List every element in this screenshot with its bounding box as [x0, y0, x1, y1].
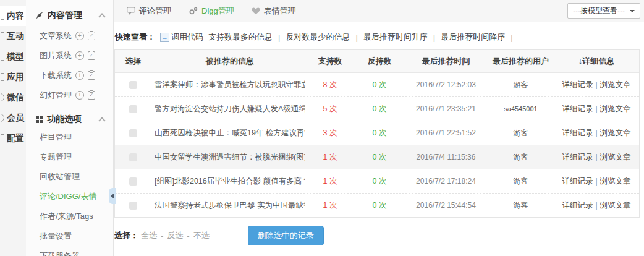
- clipboard-icon[interactable]: [88, 91, 95, 100]
- article-title-link[interactable]: 山西死囚枪决被中止：喊冤19年 检方建议再审无果: [155, 129, 305, 137]
- rail-item-application[interactable]: 应用: [0, 67, 26, 87]
- model-filter-select[interactable]: ---按模型查看---: [567, 3, 640, 19]
- call-code-icon[interactable]: [160, 33, 169, 42]
- rail-item-member[interactable]: 会员: [0, 108, 26, 128]
- select-none-link[interactable]: 不选: [193, 230, 210, 241]
- sidebar-item-batch-settings[interactable]: 批量设置: [26, 226, 113, 246]
- add-icon[interactable]: [75, 71, 84, 80]
- heart-icon: [252, 7, 260, 15]
- detail-record-link[interactable]: 详细记录: [562, 177, 593, 186]
- last-recommend-time: 2016/7/4 11:15:36: [404, 153, 488, 161]
- call-code-link[interactable]: 调用代码: [171, 32, 203, 43]
- separator: |: [278, 33, 280, 42]
- primary-nav: 内容 互动 模型 应用 微信 会员 配置: [0, 0, 26, 256]
- row-checkbox[interactable]: [129, 81, 137, 89]
- header-time: 最后推荐时间: [404, 56, 488, 67]
- add-icon[interactable]: [75, 51, 84, 60]
- delete-selected-button[interactable]: 删除选中的记录: [248, 226, 324, 245]
- view-article-link[interactable]: 浏览文章: [600, 201, 631, 210]
- article-title-link[interactable]: [组图]北影2016届毕业生拍合影 颜值有多高？: [155, 177, 305, 186]
- table-row: 雷洋案律师：涉事警员被检方以玩忽职守罪立案 8 次 0 次 2016/7/2 1…: [115, 73, 639, 97]
- separator: |: [595, 201, 597, 210]
- select-invert-link[interactable]: 反选: [167, 230, 183, 241]
- view-article-link[interactable]: 浏览文章: [600, 177, 631, 186]
- tab-digg-mgmt[interactable]: Digg管理: [189, 6, 234, 17]
- cms-admin-page: 内容 互动 模型 应用 微信 会员 配置 内容管理: [0, 0, 644, 256]
- table-row: 中国女留学生澳洲遇害细节：被脱光捆绑(图) 1 次 0 次 2016/7/4 1…: [115, 145, 639, 169]
- row-checkbox[interactable]: [129, 202, 137, 210]
- sidebar-item-topic-mgmt[interactable]: 专题管理: [26, 147, 113, 167]
- detail-record-link[interactable]: 详细记录: [562, 129, 593, 137]
- sidebar-item-recycle-mgmt[interactable]: 回收站管理: [26, 167, 113, 187]
- oppose-count: 0 次: [355, 104, 404, 114]
- rail-item-wechat[interactable]: 微信: [0, 87, 26, 108]
- sidebar-item-label: 栏目管理: [40, 132, 72, 143]
- tab-comment-mgmt[interactable]: 评论管理: [127, 6, 171, 17]
- view-article-link[interactable]: 浏览文章: [600, 80, 631, 89]
- wechat-icon: [1, 93, 5, 101]
- article-title-link[interactable]: 中国女留学生澳洲遇害细节：被脱光捆绑(图): [155, 153, 305, 161]
- support-count: 1 次: [305, 200, 355, 211]
- rail-item-label: 会员: [7, 113, 24, 124]
- sidebar-item-label: 作者/来源/Tags: [40, 211, 93, 222]
- application-icon: [1, 73, 5, 81]
- sidebar-item-author-source-tags[interactable]: 作者/来源/Tags: [26, 207, 113, 226]
- oppose-count: 0 次: [355, 128, 404, 139]
- interaction-icon: [1, 32, 5, 40]
- add-icon[interactable]: [75, 91, 84, 100]
- article-title-link[interactable]: 法国警察持老式步枪保卫巴黎 实为中国最缺警枪: [155, 201, 305, 210]
- view-article-link[interactable]: 浏览文章: [600, 129, 631, 137]
- sidebar-item-image-system[interactable]: 图片系统: [26, 46, 113, 66]
- select-all-link[interactable]: 全选: [141, 230, 157, 241]
- sidebar-item-slideshow-mgmt[interactable]: 幻灯管理: [26, 85, 113, 105]
- header-oppose: 反持数: [355, 56, 404, 67]
- article-title-link[interactable]: 雷洋案律师：涉事警员被检方以玩忽职守罪立案: [155, 80, 305, 89]
- row-checkbox[interactable]: [129, 129, 137, 137]
- last-recommend-time: 2016/7/2 12:52:03: [404, 80, 488, 89]
- add-icon[interactable]: [75, 32, 84, 40]
- rail-item-label: 互动: [7, 31, 24, 42]
- member-icon: [1, 114, 5, 122]
- article-title-link[interactable]: 警方对海淀公交站持刀伤人嫌疑人发A级通缉令: [155, 105, 305, 113]
- model-icon: [1, 53, 5, 61]
- clipboard-icon[interactable]: [88, 51, 95, 60]
- quick-link-time-desc[interactable]: 最后推荐时间降序: [441, 32, 505, 43]
- row-checkbox[interactable]: [129, 153, 137, 161]
- detail-record-link[interactable]: 详细记录: [562, 153, 593, 161]
- separator: |: [595, 153, 597, 161]
- quick-link-most-supported[interactable]: 支持数最多的信息: [208, 32, 273, 43]
- last-recommend-time: 2016/7/2 17:18:24: [404, 177, 488, 186]
- tab-label: Digg管理: [201, 6, 234, 17]
- quick-link-least-opposed[interactable]: 反对数最少的信息: [286, 32, 350, 43]
- sidebar-item-comment-digg-emotion[interactable]: 评论/DIGG/表情: [26, 187, 113, 207]
- clipboard-icon[interactable]: [88, 32, 95, 40]
- detail-record-link[interactable]: 详细记录: [562, 80, 593, 89]
- rail-item-interaction[interactable]: 互动: [0, 26, 26, 46]
- detail-record-link[interactable]: 详细记录: [562, 201, 593, 210]
- sidebar-item-label: 图片系统: [40, 50, 72, 61]
- row-checkbox[interactable]: [129, 105, 137, 113]
- sidebar-item-label: 文章系统: [40, 30, 72, 41]
- sidebar-item-download-server[interactable]: 下载服务器: [26, 246, 113, 256]
- view-article-link[interactable]: 浏览文章: [600, 153, 631, 161]
- sidebar-item-article-system[interactable]: 文章系统: [26, 26, 113, 46]
- table-row: 警方对海淀公交站持刀伤人嫌疑人发A级通缉令 5 次 0 次 2016/7/1 2…: [115, 97, 639, 121]
- rail-item-model[interactable]: 模型: [0, 46, 26, 67]
- quick-link-time-asc[interactable]: 最后推荐时间升序: [363, 32, 428, 43]
- chevron-up-icon[interactable]: [98, 117, 105, 124]
- sidebar-collapse-handle[interactable]: [109, 188, 116, 204]
- quick-view-bar: 快速查看： 调用代码 支持数最多的信息 | 反对数最少的信息 | 最后推荐时间升…: [114, 22, 644, 49]
- chevron-up-icon[interactable]: [98, 13, 105, 20]
- row-checkbox[interactable]: [129, 177, 137, 186]
- config-icon: [1, 134, 5, 142]
- rail-item-content[interactable]: 内容: [0, 6, 26, 26]
- clipboard-icon[interactable]: [88, 71, 95, 80]
- tab-emotion-mgmt[interactable]: 表情管理: [252, 6, 296, 17]
- detail-record-link[interactable]: 详细记录: [562, 105, 593, 113]
- separator: |: [511, 33, 512, 42]
- sidebar-item-column-mgmt[interactable]: 栏目管理: [26, 127, 113, 147]
- view-article-link[interactable]: 浏览文章: [600, 105, 631, 113]
- oppose-count: 0 次: [355, 200, 404, 211]
- sidebar-item-download-system[interactable]: 下载系统: [26, 66, 113, 85]
- rail-item-config[interactable]: 配置: [0, 128, 26, 148]
